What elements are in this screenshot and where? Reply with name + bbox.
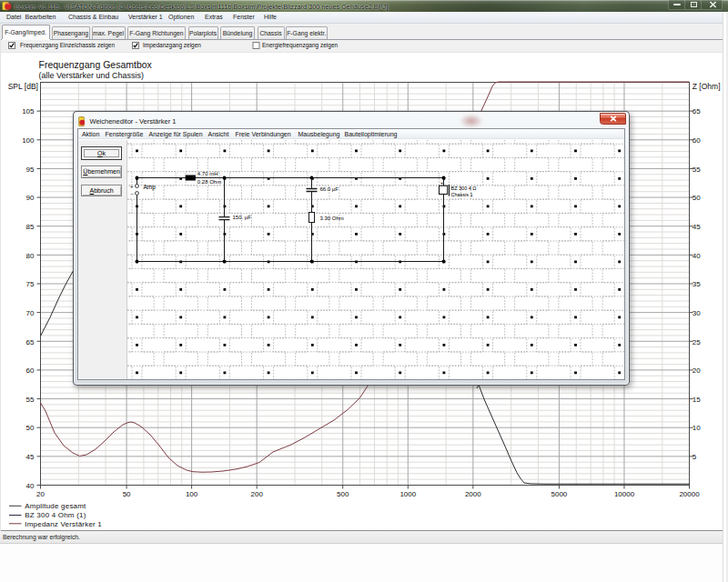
svg-text:500: 500 (337, 490, 349, 498)
svg-text:1000: 1000 (399, 490, 416, 498)
svg-text:55: 55 (693, 166, 701, 174)
svg-text:Z [Ohm]: Z [Ohm] (693, 82, 721, 91)
svg-text:15: 15 (693, 396, 701, 404)
svg-text:66.0 µF: 66.0 µF (320, 186, 339, 192)
svg-text:75: 75 (26, 280, 35, 288)
svg-text:30: 30 (693, 309, 701, 317)
svg-text:20: 20 (36, 490, 45, 498)
svg-text:Frequenzgang Gesamtbox: Frequenzgang Gesamtbox (39, 59, 153, 70)
svg-text:10000: 10000 (614, 490, 635, 498)
svg-text:25: 25 (693, 338, 701, 346)
svg-text:65: 65 (26, 338, 35, 346)
svg-text:105: 105 (22, 107, 35, 115)
svg-text:SPL [dB]: SPL [dB] (8, 82, 38, 91)
svg-text:70: 70 (26, 309, 35, 317)
svg-text:Amplitude gesamt: Amplitude gesamt (25, 502, 86, 510)
svg-text:BZ 300 4 Ohm (1): BZ 300 4 Ohm (1) (25, 511, 86, 519)
svg-text:65: 65 (693, 107, 701, 115)
svg-text:10: 10 (693, 424, 701, 432)
svg-text:90: 90 (26, 194, 35, 202)
svg-text:200: 200 (251, 490, 264, 498)
svg-text:50: 50 (693, 194, 701, 202)
svg-text:Chassis 1: Chassis 1 (451, 192, 473, 197)
svg-text:3.30 Ohm: 3.30 Ohm (320, 216, 344, 221)
svg-text:+: + (130, 184, 134, 189)
svg-text:2000: 2000 (465, 490, 481, 498)
svg-text:20000: 20000 (679, 490, 700, 498)
svg-text:60: 60 (693, 136, 701, 145)
svg-text:45: 45 (693, 223, 701, 231)
svg-text:50: 50 (123, 490, 131, 498)
svg-text:35: 35 (693, 280, 701, 288)
svg-text:Impedanz Verstärker 1: Impedanz Verstärker 1 (25, 520, 102, 528)
svg-text:Amp: Amp (144, 184, 157, 191)
svg-text:5: 5 (693, 453, 697, 461)
svg-text:(alle Verstärker und Chassis): (alle Verstärker und Chassis) (39, 71, 145, 80)
svg-text:5000: 5000 (551, 490, 568, 498)
svg-text:0.28 Ohm: 0.28 Ohm (197, 179, 221, 185)
svg-text:95: 95 (26, 166, 35, 174)
svg-text:20: 20 (693, 366, 701, 375)
svg-text:BZ 300 4 Ω: BZ 300 4 Ω (451, 186, 477, 191)
svg-text:4.70 mH: 4.70 mH (197, 171, 218, 176)
svg-text:80: 80 (26, 252, 35, 260)
svg-text:40: 40 (693, 252, 701, 260)
svg-text:+: + (440, 180, 443, 186)
svg-text:60: 60 (26, 366, 35, 375)
svg-text:45: 45 (26, 453, 35, 461)
svg-text:150. µF: 150. µF (233, 215, 252, 220)
svg-text:100: 100 (186, 490, 198, 498)
svg-text:100: 100 (22, 136, 35, 145)
svg-text:40: 40 (26, 482, 35, 490)
svg-text:50: 50 (26, 424, 35, 432)
svg-text:85: 85 (26, 223, 35, 231)
svg-text:55: 55 (26, 396, 35, 404)
svg-text:–: – (131, 191, 135, 196)
